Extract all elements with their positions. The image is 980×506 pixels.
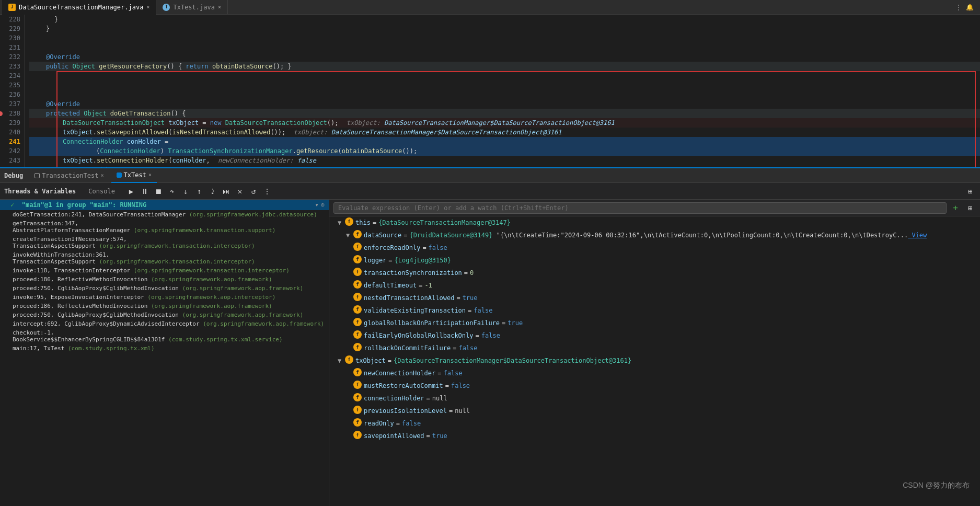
line-238: 238 🍎 xyxy=(4,109,20,118)
code-line-229: } xyxy=(29,24,980,33)
bell-icon[interactable]: 🔔 xyxy=(966,4,974,11)
var-icon-this: f xyxy=(345,217,353,226)
var-this[interactable]: ▼ f this={DataSourceTransactionManager@3… xyxy=(329,216,980,229)
debug-session-txtest[interactable]: TxTest × xyxy=(111,168,157,183)
stack-frame-11[interactable]: checkout:-1, BookService$$EnhancerBySpri… xyxy=(0,328,329,344)
var-previousisolation[interactable]: f previousIsolationLevel=null xyxy=(329,405,980,417)
var-expand-txobject[interactable]: ▼ xyxy=(338,355,345,366)
tab-label-datasource: DataSourceTransactionManager.java xyxy=(19,4,143,11)
more-btn[interactable]: ⋮ xyxy=(261,186,273,197)
var-expand-transactionsync xyxy=(346,268,353,278)
thread-dropdown[interactable]: ▾ xyxy=(315,201,319,209)
stack-frame-4[interactable]: invoke:118, TransactionInterceptor (org.… xyxy=(0,266,329,275)
debug-panel: Debug TransactionTest × TxTest × Threads… xyxy=(0,167,980,506)
line-241: 241 xyxy=(4,137,20,146)
step-over-btn[interactable]: ↷ xyxy=(166,186,178,197)
more-icon[interactable]: ⋮ xyxy=(955,4,962,11)
tab-datasource[interactable]: J DataSourceTransactionManager.java × xyxy=(2,0,156,15)
tx-icon: T xyxy=(163,4,170,11)
stack-frame-12[interactable]: main:17, TxTest (com.study.spring.tx.xml… xyxy=(0,344,329,353)
var-expand-connectionholder xyxy=(346,393,353,404)
thread-main[interactable]: ✓ "main"@1 in group "main": RUNNING ⊙ ▾ xyxy=(0,200,329,210)
resume-btn[interactable]: ▶ xyxy=(125,186,137,197)
line-234: 234 xyxy=(4,71,20,80)
stack-frame-9[interactable]: proceed:750, CglibAopProxy$CglibMethodIn… xyxy=(0,310,329,319)
var-icon-validateexisting: f xyxy=(353,305,362,314)
code-line-239: DataSourceTransactionObject txObject = n… xyxy=(29,118,980,128)
stack-frame-5[interactable]: proceed:186, ReflectiveMethodInvocation … xyxy=(0,275,329,284)
var-nestedtransaction[interactable]: f nestedTransactionAllowed=true xyxy=(329,292,980,304)
stack-frame-0[interactable]: doGetTransaction:241, DataSourceTransact… xyxy=(0,210,329,219)
stack-frame-8[interactable]: proceed:186, ReflectiveMethodInvocation … xyxy=(0,302,329,310)
run-to-cursor-btn[interactable]: ⤸ xyxy=(207,186,218,197)
var-expand-validateexisting xyxy=(346,305,353,316)
var-icon-nestedtransaction: f xyxy=(353,293,362,301)
console-tab[interactable]: Console xyxy=(83,184,120,199)
var-icon-transactionsync: f xyxy=(353,268,362,276)
tab-txtest[interactable]: T TxTest.java × xyxy=(156,0,228,15)
debug-session-transactiontest[interactable]: TransactionTest × xyxy=(29,168,109,183)
var-expand-newconnectionholder xyxy=(346,368,353,378)
tab-bar: J DataSourceTransactionManager.java × T … xyxy=(0,0,980,15)
line-239: 239 xyxy=(4,118,20,128)
line-236: 236 xyxy=(4,90,20,99)
var-defaulttimeout[interactable]: f defaultTimeout=-1 xyxy=(329,279,980,292)
code-line-236 xyxy=(29,90,980,99)
step-into-btn[interactable]: ↓ xyxy=(180,186,191,197)
code-line-242: (ConnectionHolder) TransactionSynchroniz… xyxy=(29,146,980,156)
var-icon-savepointallowed: f xyxy=(353,431,362,439)
var-transactionsync[interactable]: f transactionSynchronization=0 xyxy=(329,267,980,279)
evaluate-btn[interactable]: ⏭ xyxy=(221,186,232,197)
add-watch-btn[interactable]: + xyxy=(950,202,961,214)
var-datasource[interactable]: ▼ f dataSource= {DruidDataSource@3149} "… xyxy=(329,229,980,242)
var-expand-mustrestorecommit xyxy=(346,381,353,391)
var-txobject[interactable]: ▼ f txObject={DataSourceTransactionManag… xyxy=(329,354,980,367)
step-out-btn[interactable]: ↑ xyxy=(193,186,205,197)
stop-btn[interactable]: ⏹ xyxy=(153,186,164,197)
session-tab-txtest-close[interactable]: × xyxy=(148,172,152,178)
threads-variables-label: Threads & Variables xyxy=(4,188,76,195)
var-globalrollback[interactable]: f globalRollbackOnParticipationFailure=t… xyxy=(329,317,980,329)
mute-btn[interactable]: ✕ xyxy=(234,186,246,197)
var-expand-datasource[interactable]: ▼ xyxy=(346,230,353,240)
code-line-237: @Override xyxy=(29,99,980,109)
view-link-datasource[interactable]: View xyxy=(908,230,927,240)
var-readonly[interactable]: f readOnly=false xyxy=(329,417,980,430)
var-savepointallowed[interactable]: f savepointAllowed=true xyxy=(329,430,980,442)
code-line-243: txObject.setConnectionHolder(conHolder, … xyxy=(29,156,980,165)
line-233: 🍎 233 ▶ xyxy=(4,62,20,71)
stack-frame-3[interactable]: invokeWithinTransaction:361, Transaction… xyxy=(0,250,329,266)
session-tab-transaction-close[interactable]: × xyxy=(101,172,104,178)
stack-frame-10[interactable]: intercept:692, CglibAopProxy$DynamicAdvi… xyxy=(0,319,329,328)
stack-frame-2[interactable]: createTransactionIfNecessary:574, Transa… xyxy=(0,235,329,250)
expand-btn[interactable]: ⊞ xyxy=(964,202,976,214)
var-rollbackoncommit[interactable]: f rollbackOnCommitFailure=false xyxy=(329,342,980,354)
var-enforcereadonly[interactable]: f enforceReadOnly=false xyxy=(329,242,980,254)
stack-frame-1[interactable]: getTransaction:347, AbstractPlatformTran… xyxy=(0,219,329,235)
expression-input[interactable] xyxy=(333,202,947,214)
layout-btn[interactable]: ⊞ xyxy=(964,186,976,197)
reset-btn[interactable]: ↺ xyxy=(248,186,259,197)
tab-close-txtest[interactable]: × xyxy=(218,4,221,10)
var-connectionholder[interactable]: f connectionHolder=null xyxy=(329,392,980,405)
stack-frame-6[interactable]: proceed:750, CglibAopProxy$CglibMethodIn… xyxy=(0,284,329,293)
var-newconnectionholder[interactable]: f newConnectionHolder=false xyxy=(329,367,980,380)
var-icon-rollbackoncommit: f xyxy=(353,343,362,351)
var-failearly[interactable]: f failEarlyOnGlobalRollbackOnly=false xyxy=(329,329,980,342)
var-icon-txobject: f xyxy=(345,355,353,364)
debug-toolbar: Threads & Variables Console ▶ ⏸ ⏹ ↷ ↓ ↑ … xyxy=(0,183,980,200)
stack-frame-7[interactable]: invoke:95, ExposeInvocationInterceptor (… xyxy=(0,293,329,302)
filter-icon[interactable]: ⊙ xyxy=(321,201,325,209)
tab-close-datasource[interactable]: × xyxy=(146,4,149,10)
var-expand-this[interactable]: ▼ xyxy=(338,217,345,228)
var-validateexisting[interactable]: f validateExistingTransaction=false xyxy=(329,304,980,317)
pause-btn[interactable]: ⏸ xyxy=(139,186,151,197)
var-expand-readonly xyxy=(346,418,353,429)
var-logger[interactable]: f logger={Log4jLog@3150} xyxy=(329,254,980,267)
line-240: 240 xyxy=(4,128,20,137)
editor-area: J DataSourceTransactionManager.java × T … xyxy=(0,0,980,167)
line-229: 229 xyxy=(4,24,20,33)
var-icon-failearly: f xyxy=(353,330,362,339)
code-line-241: ConnectionHolder conHolder = xyxy=(29,137,980,146)
var-mustrestorecommit[interactable]: f mustRestoreAutoCommit=false xyxy=(329,380,980,392)
